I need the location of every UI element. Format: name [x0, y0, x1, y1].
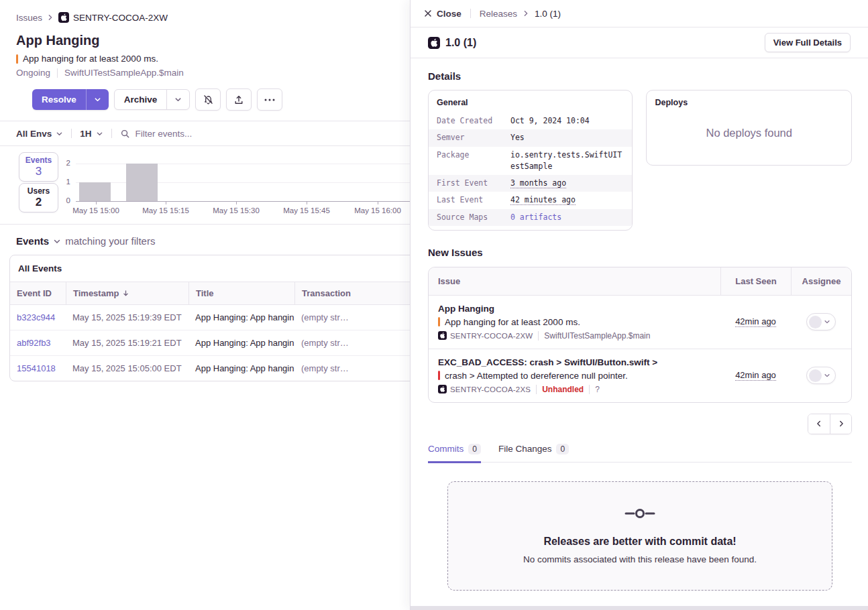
environment-selector-label: All Envs — [16, 129, 52, 139]
issue-project: SENTRY-COCOA-2XW — [438, 331, 533, 340]
general-value: Yes — [510, 132, 525, 143]
next-page-button[interactable] — [830, 414, 851, 434]
chevron-right-icon — [523, 10, 529, 17]
users-stat-label: Users — [19, 186, 58, 196]
issue-row-meta: SENTRY-COCOA-2XW SwiftUITestSampleApp.$m… — [438, 331, 711, 341]
environment-selector[interactable]: All Envs — [16, 129, 63, 139]
y-tick-label: 0 — [57, 196, 70, 204]
archive-split-button: Archive — [114, 89, 191, 110]
deploys-card: Deploys No deploys found — [646, 90, 852, 166]
issue-row[interactable]: App Hanging App hanging for at least 200… — [429, 296, 851, 349]
breadcrumb-release-version: 1.0 (1) — [535, 9, 561, 19]
issue-toolbar: Resolve Archive — [32, 88, 410, 121]
search-icon — [120, 129, 130, 139]
filter-events-input[interactable] — [135, 129, 337, 139]
events-bar-2 — [126, 164, 158, 201]
close-label: Close — [437, 9, 462, 19]
breadcrumb-releases-link[interactable]: Releases — [480, 9, 517, 19]
table-row[interactable]: abf92fb3 May 15, 2025 15:19:21 EDT App H… — [10, 330, 410, 356]
upload-icon — [233, 95, 244, 105]
apple-project-icon — [438, 385, 447, 393]
more-actions-button[interactable] — [257, 88, 282, 111]
archive-dropdown-button[interactable] — [166, 90, 189, 109]
column-timestamp[interactable]: Timestamp — [66, 282, 188, 304]
chevron-left-icon — [815, 420, 823, 428]
unhandled-tag: Unhandled — [542, 385, 584, 394]
column-event-id[interactable]: Event ID — [10, 282, 66, 304]
horizontal-scrollbar[interactable] — [411, 606, 868, 610]
issue-location: SwiftUITestSampleApp.$main — [544, 331, 650, 341]
period-selector[interactable]: 1H — [80, 129, 103, 139]
table-row[interactable]: 15541018 May 15, 2025 15:05:00 EDT App H… — [10, 356, 410, 381]
issue-details-panel: Issues SENTRY-COCOA-2XW App Hanging App … — [0, 0, 410, 610]
all-events-title: All Events — [10, 255, 410, 282]
x-tick — [166, 202, 166, 204]
issue-status: Ongoing — [16, 68, 50, 78]
filter-bar: All Envs 1H — [0, 121, 410, 146]
bell-slash-icon — [203, 94, 214, 105]
divider — [71, 129, 72, 138]
filter-search — [120, 129, 410, 139]
events-table-header: Event ID Timestamp Title Transaction — [10, 282, 410, 305]
divider — [111, 129, 112, 138]
general-row: Date Created Oct 9, 2024 10:04 — [429, 113, 632, 129]
x-tick — [236, 202, 237, 204]
event-transaction: (empty str… — [294, 305, 410, 330]
drawer-tabs: Commits 0 File Changes 0 — [428, 444, 852, 463]
commits-empty-state: Releases are better with commit data! No… — [447, 481, 832, 591]
x-tick-label: May 15 15:45 — [276, 206, 337, 215]
issue-subtitle: App hanging for at least 2000 ms. — [23, 54, 158, 64]
archive-button[interactable]: Archive — [115, 90, 167, 109]
release-drawer: Close Releases 1.0 (1) 1.0 (1) View Full… — [410, 0, 868, 610]
issue-row-subtitle: App hanging for at least 2000 ms. — [438, 317, 711, 327]
divider — [589, 385, 590, 394]
event-id-link[interactable]: 15541018 — [10, 356, 66, 381]
general-key: Source Maps — [437, 212, 510, 223]
divider — [470, 9, 471, 18]
assignee-dropdown[interactable] — [806, 313, 836, 330]
apple-project-icon — [58, 12, 69, 23]
events-dropdown[interactable]: Events — [16, 235, 49, 247]
tab-file-changes[interactable]: File Changes 0 — [498, 444, 569, 463]
source-maps-link[interactable]: 0 artifacts — [510, 212, 561, 223]
release-title: 1.0 (1) — [445, 37, 476, 49]
level-indicator-fatal — [438, 371, 440, 380]
assignee-dropdown[interactable] — [806, 367, 836, 384]
x-tick-label: May 15 15:00 — [66, 206, 126, 215]
event-graph: Events 3 Users 2 2 1 0 May 15 15:00 May … — [0, 146, 410, 225]
issue-row-title[interactable]: App Hanging — [438, 304, 711, 314]
general-row: First Event 3 months ago — [429, 175, 632, 192]
issue-row-subtitle: crash > Attempted to dereference null po… — [438, 371, 711, 381]
breadcrumb-issues-link[interactable]: Issues — [16, 13, 42, 23]
last-event-relative-time: 42 minutes ago — [510, 195, 576, 205]
issue-row[interactable]: EXC_BAD_ACCESS: crash > SwiftUI/Button.s… — [429, 349, 851, 402]
drawer-topbar: Close Releases 1.0 (1) — [411, 0, 868, 27]
users-stat-toggle[interactable]: Users 2 — [19, 183, 58, 212]
event-title: App Hanging: App hangin… — [188, 330, 294, 355]
mute-button[interactable] — [195, 88, 221, 111]
issue-last-seen: 42min ago — [735, 316, 776, 327]
resolve-button[interactable]: Resolve — [32, 89, 86, 110]
view-full-details-button[interactable]: View Full Details — [765, 33, 851, 52]
users-stat-value: 2 — [19, 196, 58, 209]
issue-meta-row: Ongoing SwiftUITestSampleApp.$main — [16, 68, 410, 78]
event-timestamp: May 15, 2025 15:19:39 EDT — [66, 305, 188, 330]
drawer-breadcrumb: Releases 1.0 (1) — [480, 9, 561, 19]
drawer-body: Details General Date Created Oct 9, 2024… — [411, 58, 868, 591]
table-row[interactable]: b323c944 May 15, 2025 15:19:39 EDT App H… — [10, 305, 410, 330]
event-id-link[interactable]: b323c944 — [10, 305, 66, 330]
event-id-link[interactable]: abf92fb3 — [10, 330, 66, 355]
column-title[interactable]: Title — [188, 282, 294, 304]
column-transaction[interactable]: Transaction — [294, 282, 410, 304]
tab-commits[interactable]: Commits 0 — [428, 444, 481, 463]
previous-page-button[interactable] — [808, 414, 830, 434]
close-drawer-button[interactable]: Close — [424, 9, 462, 19]
divider — [536, 385, 537, 394]
issue-row-title[interactable]: EXC_BAD_ACCESS: crash > SwiftUI/Button.s… — [438, 357, 711, 367]
events-stat-toggle[interactable]: Events 3 — [19, 152, 58, 182]
release-adoption-tag: ? — [595, 385, 600, 394]
share-button[interactable] — [226, 88, 252, 111]
resolve-dropdown-button[interactable] — [86, 89, 109, 110]
events-bar-1 — [79, 182, 111, 201]
events-heading-suffix: matching your filters — [65, 235, 155, 247]
